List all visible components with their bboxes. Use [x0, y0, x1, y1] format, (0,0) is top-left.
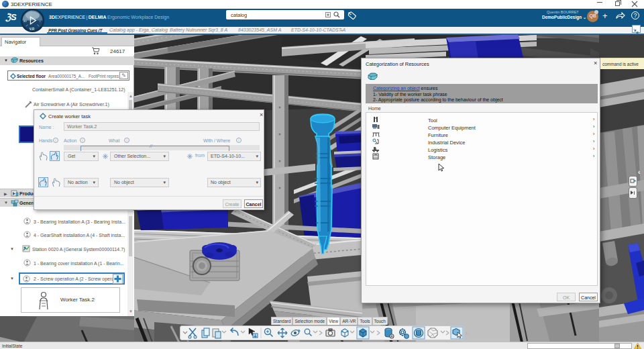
svg-text:3D: 3D [23, 19, 27, 23]
svg-text:V.R: V.R [30, 28, 35, 31]
